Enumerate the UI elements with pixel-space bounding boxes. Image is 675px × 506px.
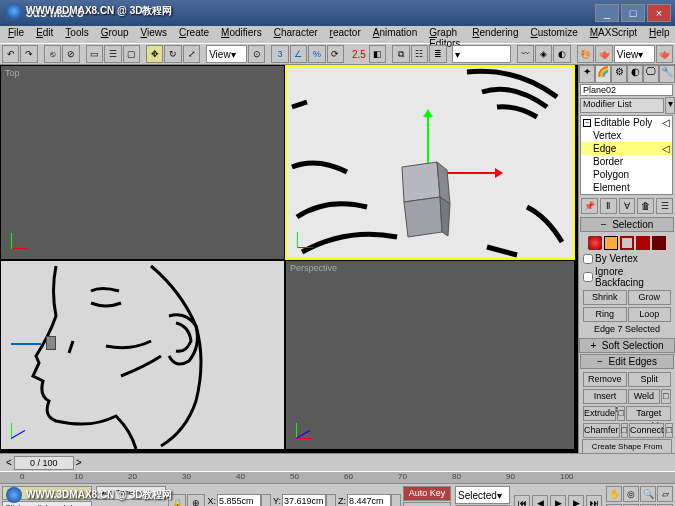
vertex-sel-icon[interactable]: [588, 236, 602, 250]
weld-settings-button[interactable]: □: [661, 389, 671, 404]
y-spinner[interactable]: [326, 494, 336, 506]
viewport-perspective[interactable]: Perspective: [285, 260, 575, 450]
render-scene-button[interactable]: 🎨: [577, 45, 594, 63]
poly-object-left[interactable]: [46, 336, 56, 350]
menu-views[interactable]: Views: [135, 26, 174, 43]
create-tab[interactable]: ✦: [579, 65, 595, 83]
split-button[interactable]: Split: [628, 372, 672, 387]
selection-rollout-header[interactable]: − Selection: [580, 217, 674, 232]
rotate-button[interactable]: ↻: [164, 45, 181, 63]
remove-button[interactable]: Remove: [583, 372, 627, 387]
angle-snap-button[interactable]: ∠: [290, 45, 307, 63]
abs-rel-button[interactable]: ⊕: [187, 494, 205, 506]
snap-toggle[interactable]: 3: [271, 45, 288, 63]
undo-button[interactable]: ↶: [2, 45, 19, 63]
auto-key-button[interactable]: Auto Key: [403, 486, 451, 501]
stack-edge[interactable]: Edge◁: [581, 142, 672, 155]
ring-button[interactable]: Ring: [583, 307, 627, 322]
show-end-button[interactable]: Ⅱ: [600, 198, 617, 214]
trackbar[interactable]: 0102030405060708090100: [0, 471, 675, 483]
align-button[interactable]: ☷: [411, 45, 428, 63]
select-button[interactable]: ▭: [86, 45, 103, 63]
pan-view-button[interactable]: ✋: [606, 486, 622, 502]
grow-button[interactable]: Grow: [628, 290, 672, 305]
menu-customize[interactable]: Customize: [524, 26, 583, 43]
schematic-button[interactable]: ◈: [535, 45, 552, 63]
modifier-stack[interactable]: −Editable Poly◁ Vertex Edge◁ Border Poly…: [580, 115, 673, 195]
stack-editable-poly[interactable]: −Editable Poly◁: [581, 116, 672, 129]
viewport-left[interactable]: [0, 260, 285, 450]
viewport-front[interactable]: [285, 65, 575, 260]
chamfer-button[interactable]: Chamfer: [583, 423, 620, 438]
menu-modifiers[interactable]: Modifiers: [215, 26, 268, 43]
layer-button[interactable]: ≣: [429, 45, 446, 63]
border-sel-icon[interactable]: [620, 236, 634, 250]
extrude-settings-button[interactable]: □: [617, 406, 625, 421]
modifier-list-dropdown[interactable]: Modifier List: [580, 98, 664, 113]
menu-graph editors[interactable]: Graph Editors: [423, 26, 466, 43]
menu-tools[interactable]: Tools: [59, 26, 94, 43]
ref-coord-dropdown[interactable]: View ▾: [206, 45, 247, 63]
prev-frame-button[interactable]: ◀: [532, 495, 548, 506]
time-slider-handle[interactable]: 0 / 100: [14, 456, 74, 470]
target-weld-button[interactable]: Target Weld: [626, 406, 671, 421]
minimize-button[interactable]: _: [595, 4, 619, 22]
spinner-snap-button[interactable]: ⟳: [327, 45, 344, 63]
redo-button[interactable]: ↷: [20, 45, 37, 63]
zoom-button[interactable]: 🔍: [640, 486, 656, 502]
loop-button[interactable]: Loop: [628, 307, 672, 322]
display-tab[interactable]: 🖵: [643, 65, 659, 83]
soft-selection-rollout[interactable]: + Soft Selection: [579, 338, 675, 353]
menu-help[interactable]: Help: [643, 26, 675, 43]
insert-vertex-button[interactable]: Insert Vertex: [583, 389, 627, 404]
render-preset-dropdown[interactable]: View ▾: [614, 45, 655, 63]
named-sel-button[interactable]: ◧: [369, 45, 386, 63]
stack-border[interactable]: Border: [581, 155, 672, 168]
menu-edit[interactable]: Edit: [30, 26, 59, 43]
pivot-button[interactable]: ⊙: [248, 45, 265, 63]
menu-group[interactable]: Group: [95, 26, 135, 43]
time-slider[interactable]: < 0 / 100 >: [0, 453, 675, 471]
fov-button[interactable]: ▱: [657, 486, 673, 502]
element-sel-icon[interactable]: [652, 236, 666, 250]
percent-snap-button[interactable]: %: [308, 45, 325, 63]
unique-button[interactable]: ∀: [619, 198, 636, 214]
chamfer-settings-button[interactable]: □: [621, 423, 628, 438]
move-button[interactable]: ✥: [146, 45, 163, 63]
menu-maxscript[interactable]: MAXScript: [584, 26, 643, 43]
polygon-sel-icon[interactable]: [636, 236, 650, 250]
connect-button[interactable]: Connect: [629, 423, 665, 438]
select-name-button[interactable]: ☰: [104, 45, 121, 63]
stack-element[interactable]: Element: [581, 181, 672, 194]
next-frame-button[interactable]: ▶: [568, 495, 584, 506]
x-spinner[interactable]: [261, 494, 271, 506]
utilities-tab[interactable]: 🔧: [659, 65, 675, 83]
material-button[interactable]: ◐: [553, 45, 570, 63]
remove-mod-button[interactable]: 🗑: [637, 198, 654, 214]
configure-button[interactable]: ☰: [656, 198, 673, 214]
menu-file[interactable]: File: [2, 26, 30, 43]
close-button[interactable]: ×: [647, 4, 671, 22]
edit-edges-rollout-header[interactable]: − Edit Edges: [580, 354, 674, 369]
keyfilter-dropdown[interactable]: Selected ▾: [455, 486, 510, 504]
named-sel-dropdown[interactable]: ▾: [452, 45, 510, 63]
shrink-button[interactable]: Shrink: [583, 290, 627, 305]
by-vertex-checkbox[interactable]: By Vertex: [582, 252, 672, 265]
curve-editor-button[interactable]: 〰: [517, 45, 534, 63]
play-button[interactable]: ▶: [550, 495, 566, 506]
goto-end-button[interactable]: ⏭: [586, 495, 602, 506]
select-link-button[interactable]: ⎋: [44, 45, 61, 63]
hierarchy-tab[interactable]: ⚙: [611, 65, 627, 83]
ignore-backfacing-checkbox[interactable]: Ignore Backfacing: [582, 265, 672, 289]
viewport-top[interactable]: Top: [0, 65, 285, 260]
unlink-button[interactable]: ⊘: [62, 45, 79, 63]
arc-rotate-button[interactable]: ◎: [623, 486, 639, 502]
extrude-button[interactable]: Extrude: [583, 406, 616, 421]
z-spinner[interactable]: [391, 494, 401, 506]
render-button[interactable]: 🫖: [656, 45, 673, 63]
menu-create[interactable]: Create: [173, 26, 215, 43]
connect-settings-button[interactable]: □: [665, 423, 672, 438]
x-input[interactable]: [217, 494, 261, 506]
menu-reactor[interactable]: reactor: [324, 26, 367, 43]
object-name-input[interactable]: [580, 84, 673, 96]
